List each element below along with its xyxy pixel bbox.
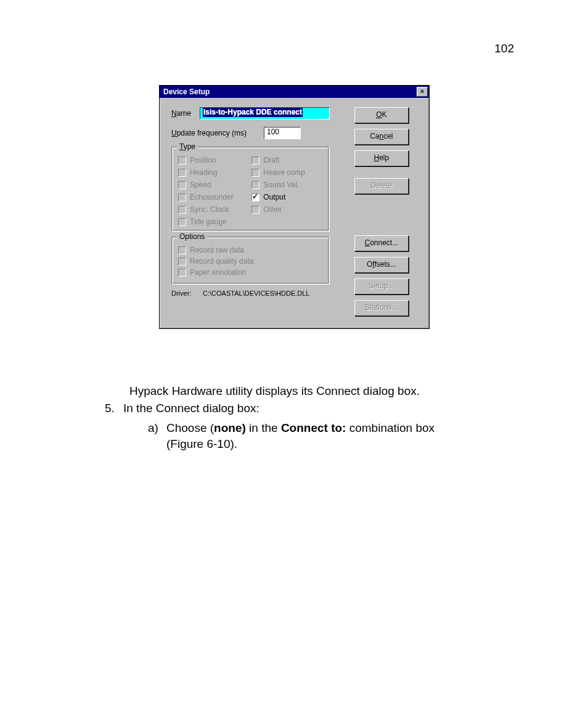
type-groupbox: Type PositionDraftHeadingHeave compSpeed… xyxy=(171,147,330,232)
checkbox-label: Sound Vel. xyxy=(263,181,299,189)
checkbox-icon xyxy=(251,206,259,214)
checkbox-icon[interactable] xyxy=(251,193,259,201)
checkbox-label: Record raw data xyxy=(190,246,244,254)
left-column: Name Isis-to-Hypack DDE connect Update f… xyxy=(171,107,330,322)
checkbox-icon xyxy=(178,181,186,189)
offsets-button[interactable]: Offsets... xyxy=(354,257,409,273)
checkbox-label: Sync. Clock xyxy=(190,205,229,214)
checkbox-speed: Speed xyxy=(178,181,249,189)
checkbox-label: Heading xyxy=(190,168,218,177)
checkbox-icon xyxy=(178,193,186,201)
checkbox-label: Speed xyxy=(190,181,211,189)
checkbox-record-raw-data: Record raw data xyxy=(178,246,323,254)
checkbox-label: Heave comp xyxy=(263,168,304,177)
checkbox-icon xyxy=(251,181,259,189)
name-row: Name Isis-to-Hypack DDE connect xyxy=(171,107,330,120)
button-column: OK Cancel Help Delete Connect... Offsets… xyxy=(330,107,421,322)
checkbox-icon xyxy=(178,218,186,226)
checkbox-icon xyxy=(178,169,186,177)
paragraph: Hypack Hardware utility displays its Con… xyxy=(129,383,420,399)
close-icon[interactable]: × xyxy=(417,87,428,97)
page-number: 102 xyxy=(494,42,514,55)
checkbox-icon xyxy=(251,156,259,164)
list-text: In the Connect dialog box: xyxy=(123,402,259,415)
list-item-5: 5.In the Connect dialog box: xyxy=(105,400,259,416)
frequency-input[interactable]: 100 xyxy=(264,127,301,139)
cancel-button[interactable]: Cancel xyxy=(354,129,409,145)
type-legend: Type xyxy=(177,142,198,151)
name-label: Name xyxy=(171,109,200,118)
driver-path: C:\COASTAL\DEVICES\HDDE.DLL xyxy=(203,290,309,297)
checkbox-label: Record quality data xyxy=(190,257,253,266)
connect-button[interactable]: Connect... xyxy=(354,235,409,251)
checkbox-icon xyxy=(178,206,186,214)
driver-label: Driver: xyxy=(171,290,201,297)
checkbox-sound-vel-: Sound Vel. xyxy=(251,181,322,189)
sublist-letter: a) xyxy=(148,420,166,436)
driver-row: Driver: C:\COASTAL\DEVICES\HDDE.DLL xyxy=(171,290,330,297)
options-groupbox: Options Record raw dataRecord quality da… xyxy=(171,237,330,285)
checkbox-label: Position xyxy=(190,156,216,164)
checkbox-icon xyxy=(178,269,186,277)
checkbox-icon xyxy=(251,169,259,177)
checkbox-output[interactable]: Output xyxy=(251,193,322,201)
checkbox-icon xyxy=(178,156,186,164)
device-setup-dialog: Device Setup × Name Isis-to-Hypack DDE c… xyxy=(159,85,430,329)
frequency-label: Update frequency (ms) xyxy=(171,129,264,137)
help-button[interactable]: Help xyxy=(354,150,409,166)
options-legend: Options xyxy=(177,232,207,241)
sublist-text: Choose (none) in the Connect to: combina… xyxy=(166,420,456,452)
checkbox-sync-clock: Sync. Clock xyxy=(178,205,249,214)
sublist-item-a: a)Choose (none) in the Connect to: combi… xyxy=(148,420,481,452)
checkbox-icon xyxy=(178,246,186,254)
options-list: Record raw dataRecord quality dataPaper … xyxy=(178,246,323,277)
stations-button[interactable]: Stations... xyxy=(354,300,409,316)
dialog-title: Device Setup xyxy=(163,87,210,96)
frequency-row: Update frequency (ms) 100 xyxy=(171,127,330,139)
name-input[interactable]: Isis-to-Hypack DDE connect xyxy=(200,107,330,120)
checkbox-label: Paper annotation xyxy=(190,268,246,277)
checkbox-echosounder: Echosounder xyxy=(178,193,249,201)
type-grid: PositionDraftHeadingHeave compSpeedSound… xyxy=(178,156,323,226)
checkbox-paper-annotation: Paper annotation xyxy=(178,268,323,277)
checkbox-other: Other xyxy=(251,205,322,214)
checkbox-draft: Draft xyxy=(251,156,322,164)
checkbox-heave-comp: Heave comp xyxy=(251,168,322,177)
checkbox-record-quality-data: Record quality data xyxy=(178,257,323,266)
checkbox-tide-gauge: Tide gauge xyxy=(178,217,249,226)
checkbox-heading: Heading xyxy=(178,168,249,177)
setup-button[interactable]: Setup... xyxy=(354,278,409,294)
titlebar: Device Setup × xyxy=(160,86,429,98)
ok-button[interactable]: OK xyxy=(354,107,409,123)
checkbox-position: Position xyxy=(178,156,249,164)
dialog-body: Name Isis-to-Hypack DDE connect Update f… xyxy=(160,98,429,328)
checkbox-label: Other xyxy=(263,205,282,214)
checkbox-label: Output xyxy=(263,193,285,201)
delete-button[interactable]: Delete xyxy=(354,178,409,194)
checkbox-icon xyxy=(178,258,186,266)
checkbox-label: Tide gauge xyxy=(190,217,227,226)
checkbox-label: Echosounder xyxy=(190,193,234,201)
checkbox-label: Draft xyxy=(263,156,279,164)
list-number: 5. xyxy=(105,400,123,416)
